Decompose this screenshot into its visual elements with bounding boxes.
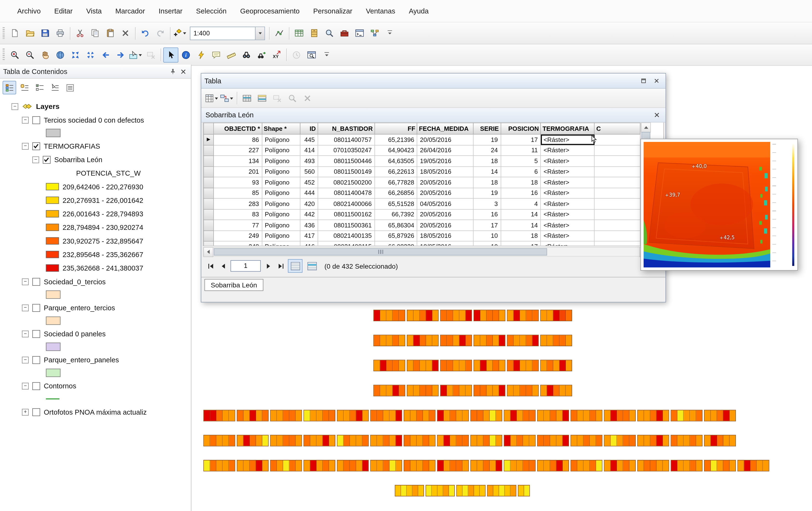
solar-panel[interactable]	[690, 435, 696, 446]
layer-checkbox[interactable]	[32, 142, 40, 150]
solar-panel[interactable]	[283, 410, 290, 421]
solar-panel[interactable]	[420, 310, 426, 321]
solar-panel[interactable]	[210, 435, 216, 446]
tool-switch-sel-button[interactable]	[255, 91, 270, 106]
solar-panel[interactable]	[459, 335, 466, 346]
solar-panel[interactable]	[386, 361, 393, 371]
solar-panel[interactable]	[450, 435, 456, 446]
solar-panel[interactable]	[493, 310, 499, 321]
solar-panel[interactable]	[559, 361, 566, 371]
solar-panel[interactable]	[529, 435, 535, 446]
table-cell[interactable]: 08011500162	[318, 209, 375, 220]
solar-panel[interactable]	[237, 460, 243, 471]
solar-panel[interactable]	[717, 410, 723, 421]
solar-panel[interactable]	[356, 435, 362, 446]
table-cell[interactable]: Polígono	[262, 166, 300, 177]
solar-panel[interactable]	[380, 335, 386, 346]
solar-panel[interactable]	[630, 410, 635, 421]
solar-panel[interactable]	[630, 435, 635, 446]
solar-panel[interactable]	[371, 460, 377, 471]
solar-panel[interactable]	[744, 460, 751, 471]
solar-panel[interactable]	[407, 385, 414, 396]
solar-panel[interactable]	[677, 435, 684, 446]
solar-panel[interactable]	[426, 385, 432, 396]
table-cell[interactable]	[594, 177, 640, 188]
solar-panel[interactable]	[704, 435, 711, 446]
solar-panel[interactable]	[204, 410, 210, 421]
solar-panel[interactable]	[456, 410, 463, 421]
table-cell[interactable]: Polígono	[262, 177, 300, 188]
solar-panel[interactable]	[480, 310, 487, 321]
table-cell[interactable]: 07010350247	[318, 145, 375, 155]
solar-panel[interactable]	[317, 410, 323, 421]
solar-panel[interactable]	[496, 410, 502, 421]
solar-panel[interactable]	[514, 335, 520, 346]
sheet-close-button[interactable]	[652, 110, 661, 120]
solar-panel[interactable]	[441, 385, 447, 396]
solar-panel[interactable]	[323, 410, 329, 421]
solar-panel[interactable]	[432, 310, 438, 321]
table-cell[interactable]: 18/05/2016	[417, 231, 473, 241]
row-selector[interactable]	[204, 177, 213, 188]
solar-panel[interactable]	[571, 460, 577, 471]
solar-panel[interactable]	[304, 460, 310, 471]
solar-panel[interactable]	[459, 361, 466, 371]
show-all-records-button[interactable]	[288, 259, 302, 273]
solar-panel[interactable]	[623, 410, 630, 421]
table-cell[interactable]: 08011500446	[318, 155, 375, 166]
solar-panel[interactable]	[523, 410, 529, 421]
table-cell[interactable]: 16	[501, 188, 541, 198]
solar-panel[interactable]	[399, 361, 405, 371]
solar-panel[interactable]	[374, 335, 380, 346]
solar-panel[interactable]	[590, 410, 596, 421]
solar-panel[interactable]	[216, 435, 223, 446]
solar-panel[interactable]	[474, 385, 480, 396]
tree-expander[interactable]: −	[22, 382, 29, 389]
table-cell[interactable]: 04/05/2016	[417, 199, 473, 209]
row-selector[interactable]	[204, 220, 213, 230]
solar-panel[interactable]	[584, 460, 590, 471]
solar-panel[interactable]	[532, 335, 539, 346]
table-cell[interactable]: Polígono	[262, 188, 300, 198]
column-header-termografia[interactable]: TERMOGRAFIA	[541, 123, 594, 135]
solar-panel[interactable]	[380, 361, 386, 371]
solar-panel[interactable]	[374, 361, 380, 371]
solar-panel[interactable]	[553, 361, 559, 371]
solar-panel[interactable]	[696, 410, 702, 421]
solar-panel[interactable]	[310, 460, 317, 471]
tree-expander[interactable]: −	[11, 103, 18, 110]
solar-panel[interactable]	[377, 410, 383, 421]
table-cell[interactable]: 417	[300, 231, 318, 241]
solar-panel[interactable]	[487, 361, 493, 371]
column-header-n-bastidor[interactable]: N_BASTIDOR	[318, 123, 375, 135]
table-cell[interactable]: 93	[213, 177, 262, 188]
solar-panel[interactable]	[477, 460, 484, 471]
layer-checkbox[interactable]	[32, 278, 40, 285]
solar-panel[interactable]	[480, 361, 487, 371]
solar-panel[interactable]	[344, 410, 350, 421]
table-cell[interactable]	[594, 166, 640, 177]
solar-panel[interactable]	[584, 435, 590, 446]
solar-panel[interactable]	[590, 435, 596, 446]
solar-panel[interactable]	[650, 460, 657, 471]
table-cell[interactable]: Polígono	[262, 241, 300, 246]
solar-panel[interactable]	[493, 361, 499, 371]
solar-panel[interactable]	[477, 435, 484, 446]
layer-label[interactable]: TERMOGRAFIAS	[44, 142, 100, 150]
table-cell[interactable]: 420	[300, 199, 318, 209]
table-cell[interactable]: 16	[473, 209, 500, 220]
solar-panel[interactable]	[457, 485, 463, 496]
column-header-id[interactable]: ID	[300, 123, 318, 135]
next-record-button[interactable]	[263, 261, 273, 271]
solar-panel[interactable]	[556, 435, 563, 446]
solar-panel[interactable]	[396, 460, 402, 471]
tool-clear-selection-button[interactable]	[269, 91, 285, 106]
solar-panel[interactable]	[723, 460, 730, 471]
table-cell[interactable]: 20/05/2016	[417, 209, 473, 220]
solar-panel[interactable]	[663, 435, 669, 446]
solar-panel[interactable]	[484, 410, 490, 421]
layer-checkbox[interactable]	[43, 155, 51, 163]
solar-panel[interactable]	[262, 410, 268, 421]
pin-icon[interactable]	[168, 67, 177, 76]
table-cell[interactable]: <Ráster>	[541, 188, 594, 198]
